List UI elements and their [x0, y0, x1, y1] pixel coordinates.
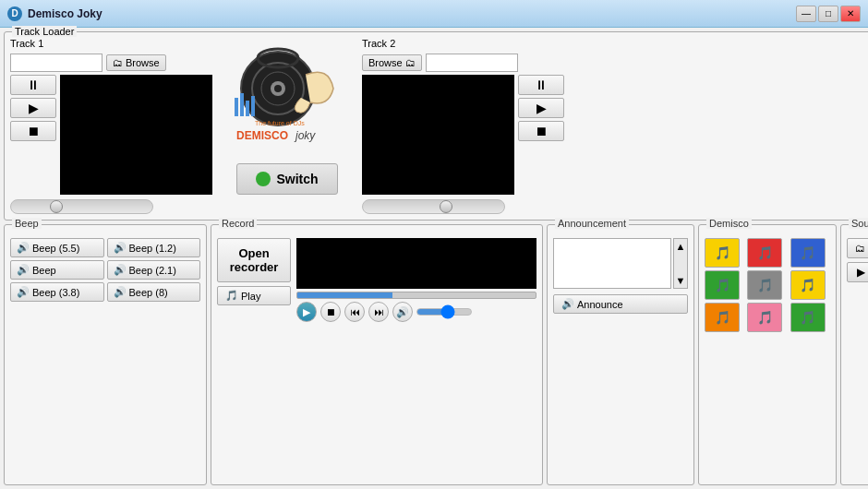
record-play-button[interactable]: 🎵 Play — [217, 286, 291, 305]
track2-browse-button[interactable]: Browse 🗂 — [362, 54, 422, 71]
player-stop-btn[interactable]: ⏹ — [320, 302, 341, 322]
track1-browse-row: 🗂 Browse — [10, 54, 212, 72]
beep-btn-2[interactable]: 🔊 Beep — [10, 260, 104, 280]
track2-play-btn[interactable]: ▶ — [518, 98, 564, 118]
track1-pause-btn[interactable]: ⏸ — [10, 75, 56, 95]
track1-input[interactable] — [10, 54, 102, 72]
demisco-btn-6[interactable]: 🎵 — [705, 303, 740, 332]
track1-section: Track 1 🗂 Browse ⏸ ▶ ⏹ — [10, 38, 212, 214]
scroll-down-icon[interactable]: ▼ — [676, 275, 686, 286]
speaker-icon-3: 🔊 — [114, 264, 127, 276]
switch-button[interactable]: Switch — [236, 163, 337, 195]
svg-rect-9 — [251, 96, 255, 116]
demisco-btn-8[interactable]: 🎵 — [790, 303, 826, 332]
beep-btn-5[interactable]: 🔊 Beep (8) — [107, 282, 201, 302]
switch-indicator — [256, 172, 271, 186]
record-group: Record Open recorder 🎵 Play — [211, 224, 543, 485]
track1-stop-btn[interactable]: ⏹ — [10, 121, 56, 141]
main-content: Track Loader Track 1 🗂 Browse ⏸ — [0, 28, 868, 489]
window-controls: — □ ✕ — [796, 6, 861, 22]
svg-rect-7 — [240, 93, 244, 116]
open-recorder-button[interactable]: Open recorder — [217, 238, 291, 282]
announce-inner: ▲ ▼ 🔊 Announce — [553, 238, 688, 314]
scroll-up-icon[interactable]: ▲ — [676, 241, 686, 252]
announce-scrollbar[interactable]: ▲ ▼ — [673, 238, 688, 289]
dj-logo: DEMISCO joky The future of DJs — [227, 47, 347, 149]
speaker-icon-4: 🔊 — [17, 286, 30, 298]
close-button[interactable]: ✕ — [840, 6, 861, 22]
browse-icon: 🗂 — [113, 57, 123, 68]
track2-controls-row: ⏸ ▶ ⏹ — [362, 75, 564, 195]
announcement-group: Announcement ▲ ▼ 🔊 Announce — [547, 224, 694, 485]
track-loader-group: Track Loader Track 1 🗂 Browse ⏸ — [4, 31, 868, 221]
svg-point-4 — [274, 85, 282, 92]
beep-btn-4[interactable]: 🔊 Beep (3.8) — [10, 282, 104, 302]
beep-btn-1[interactable]: 🔊 Beep (1.2) — [107, 238, 201, 257]
track2-input[interactable] — [426, 54, 518, 72]
track2-label: Track 2 — [362, 38, 564, 49]
track2-browse-row: Browse 🗂 — [362, 54, 564, 72]
track1-slider-row — [10, 199, 212, 214]
track2-slider[interactable] — [362, 199, 505, 214]
minimize-button[interactable]: — — [796, 6, 816, 22]
speaker-icon: 🔊 — [17, 242, 30, 254]
svg-rect-8 — [246, 101, 249, 116]
announcement-textarea[interactable] — [553, 238, 671, 289]
announce-textarea-row: ▲ ▼ — [553, 238, 688, 289]
track2-stop-btn[interactable]: ⏹ — [518, 121, 564, 141]
demisco-btn-5[interactable]: 🎵 — [790, 270, 826, 300]
svg-text:The future of DJs: The future of DJs — [255, 120, 305, 126]
announcement-title: Announcement — [555, 218, 629, 229]
demisco-btn-3[interactable]: 🎵 — [705, 270, 740, 300]
track1-browse-button[interactable]: 🗂 Browse — [106, 54, 166, 71]
logo-container: DEMISCO joky The future of DJs — [223, 38, 352, 158]
record-player: ▶ ⏹ ⏮ ⏭ 🔊 — [296, 238, 536, 322]
sound-play-btn[interactable]: ▶ — [847, 262, 868, 282]
player-prev-btn[interactable]: ⏮ — [344, 302, 365, 322]
bottom-row: Beep 🔊 Beep (5.5) 🔊 Beep (1.2) 🔊 Beep — [4, 224, 868, 485]
track1-slider[interactable] — [10, 199, 153, 214]
track-loader-title: Track Loader — [12, 26, 77, 37]
track1-play-btn[interactable]: ▶ — [10, 98, 56, 118]
player-vol-btn[interactable]: 🔊 — [392, 302, 413, 322]
speaker-icon-5: 🔊 — [114, 286, 127, 298]
center-area: DEMISCO joky The future of DJs Switch — [218, 38, 356, 195]
track2-slider-row — [362, 199, 564, 214]
beep-title: Beep — [12, 218, 42, 229]
track2-buttons: ⏸ ▶ ⏹ — [518, 75, 564, 195]
player-progress-bar[interactable] — [296, 292, 536, 299]
sound-title: Sound — [849, 218, 868, 229]
speaker-ann-icon: 🔊 — [561, 298, 574, 310]
sound-browse-button[interactable]: 🗂 Browse a sound to play — [847, 238, 868, 258]
svg-text:DEMISCO: DEMISCO — [236, 129, 288, 142]
track1-buttons: ⏸ ▶ ⏹ — [10, 75, 56, 195]
demisco-btn-4[interactable]: 🎵 — [747, 270, 782, 300]
speaker-icon-1: 🔊 — [114, 242, 127, 254]
sound-group: Sound 🗂 Browse a sound to play ▶ ⏸ — [840, 224, 868, 485]
track2-video — [362, 75, 514, 195]
record-controls: Open recorder 🎵 Play — [217, 238, 291, 322]
maximize-button[interactable]: □ — [818, 6, 838, 22]
announce-button[interactable]: 🔊 Announce — [553, 294, 688, 314]
track1-label: Track 1 — [10, 38, 212, 49]
demisco-title: Demisco — [706, 218, 752, 229]
record-inner: Open recorder 🎵 Play ▶ ⏹ ⏮ — [217, 238, 536, 322]
demisco-btn-1[interactable]: 🎵 — [747, 238, 782, 268]
svg-rect-6 — [235, 98, 238, 116]
window-title: Demisco Joky — [28, 7, 796, 20]
demisco-group: Demisco 🎵 🎵 🎵 🎵 🎵 🎵 🎵 🎵 🎵 — [698, 224, 837, 485]
track2-pause-btn[interactable]: ⏸ — [518, 75, 564, 95]
left-panel: Track Loader Track 1 🗂 Browse ⏸ — [4, 31, 868, 485]
demisco-btn-0[interactable]: 🎵 — [705, 238, 740, 268]
player-volume-slider[interactable] — [416, 308, 472, 316]
title-bar: D Demisco Joky — □ ✕ — [0, 0, 868, 28]
track1-controls-row: ⏸ ▶ ⏹ — [10, 75, 212, 195]
beep-btn-0[interactable]: 🔊 Beep (5.5) — [10, 238, 104, 257]
demisco-btn-7[interactable]: 🎵 — [747, 303, 782, 332]
player-next-btn[interactable]: ⏭ — [368, 302, 389, 322]
player-play-btn[interactable]: ▶ — [296, 302, 317, 322]
demisco-btn-2[interactable]: 🎵 — [790, 238, 826, 268]
beep-btn-3[interactable]: 🔊 Beep (2.1) — [107, 260, 201, 280]
beep-group: Beep 🔊 Beep (5.5) 🔊 Beep (1.2) 🔊 Beep — [4, 224, 207, 485]
music-note-icon: 🎵 — [225, 290, 238, 302]
